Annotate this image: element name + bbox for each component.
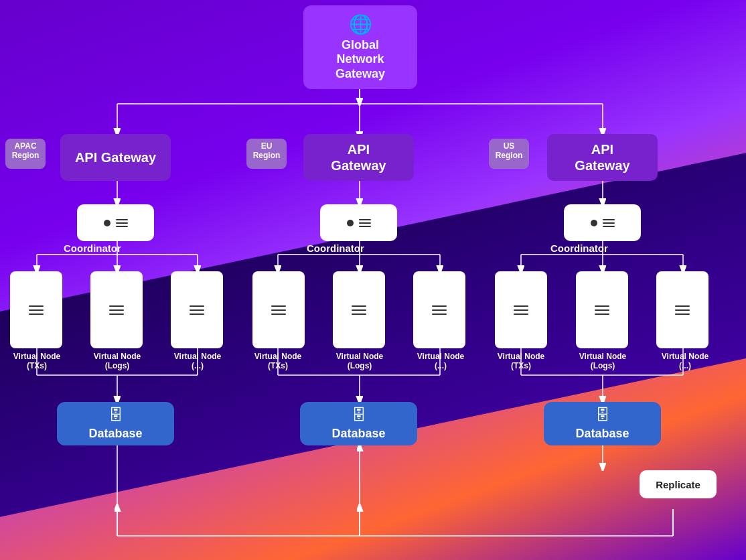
us-vnode-logs — [576, 271, 628, 348]
us-vnode-txs-label: Virtual Node(TXs) — [484, 352, 558, 370]
eu-vnode-logs — [333, 271, 385, 348]
global-gateway-box: 🌐 Global Network Gateway — [303, 5, 417, 89]
us-vnode-logs-label: Virtual Node(Logs) — [566, 352, 640, 370]
eu-vnode-txs — [252, 271, 305, 348]
replicate-label: Replicate — [656, 479, 700, 490]
us-coordinator-box — [564, 204, 641, 241]
eu-vnode-logs-label: Virtual Node(Logs) — [323, 352, 396, 370]
us-api-label: APIGateway — [575, 141, 629, 173]
us-region-label: USRegion — [496, 141, 523, 160]
apac-api-label: API Gateway — [75, 149, 156, 165]
us-region-badge: USRegion — [489, 139, 529, 169]
apac-vnode-etc — [171, 271, 223, 348]
apac-vnode-logs-label: Virtual Node(Logs) — [80, 352, 154, 370]
eu-coord-label: Coordinator — [307, 242, 364, 254]
eu-region-label: EURegion — [253, 141, 281, 160]
us-vnode-txs — [495, 271, 547, 348]
apac-vnode-etc-label: Virtual Node(...) — [161, 352, 234, 370]
eu-vnode-etc — [413, 271, 465, 348]
apac-db-label: Database — [88, 427, 142, 441]
apac-vnode-txs — [10, 271, 62, 348]
us-database-box: 🗄 Database — [544, 402, 661, 445]
eu-database-box: 🗄 Database — [300, 402, 417, 445]
eu-region-badge: EURegion — [246, 139, 287, 169]
eu-vnode-etc-label: Virtual Node(...) — [404, 352, 477, 370]
replicate-box: Replicate — [640, 470, 717, 498]
eu-coord-lines — [359, 219, 371, 227]
apac-region-label: APAC Region — [12, 141, 40, 160]
eu-api-gateway-box: APIGateway — [303, 134, 414, 181]
apac-api-gateway-box: API Gateway — [60, 134, 171, 181]
apac-database-box: 🗄 Database — [57, 402, 174, 445]
apac-coordinator-box — [77, 204, 154, 241]
apac-db-icon: 🗄 — [108, 407, 123, 424]
gateway-title: Global Network Gateway — [317, 38, 404, 82]
globe-icon: 🌐 — [349, 13, 372, 36]
apac-region-badge: APAC Region — [5, 139, 46, 169]
us-api-gateway-box: APIGateway — [547, 134, 658, 181]
apac-coord-dot — [104, 220, 110, 226]
us-db-label: Database — [575, 427, 629, 441]
eu-coordinator-box — [320, 204, 397, 241]
apac-vnode-logs — [90, 271, 143, 348]
us-vnode-etc — [656, 271, 708, 348]
us-coord-label: Coordinator — [550, 242, 608, 254]
eu-coord-dot — [347, 220, 354, 226]
us-vnode-etc-label: Virtual Node(...) — [648, 352, 722, 370]
apac-coord-lines — [116, 219, 128, 227]
us-coord-dot — [591, 220, 597, 226]
eu-db-label: Database — [331, 427, 385, 441]
eu-db-icon: 🗄 — [352, 407, 366, 424]
us-db-icon: 🗄 — [595, 407, 610, 424]
apac-vnode-txs-label: Virtual Node(TXs) — [0, 352, 74, 370]
us-coord-lines — [603, 219, 615, 227]
eu-api-label: APIGateway — [331, 141, 386, 173]
apac-coord-label: Coordinator — [64, 242, 121, 254]
eu-vnode-txs-label: Virtual Node(TXs) — [241, 352, 315, 370]
